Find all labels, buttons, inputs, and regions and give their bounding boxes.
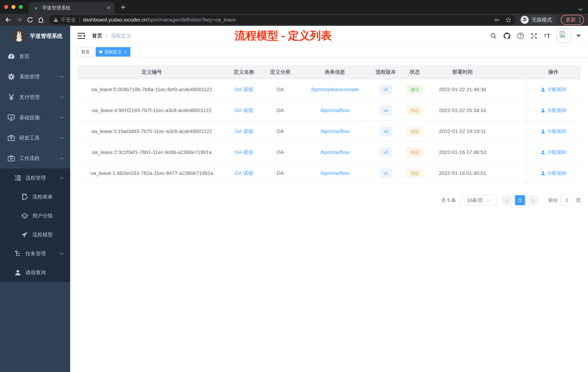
header-actions: TT — [490, 29, 581, 43]
cell-deploy-time: 2022-01-22 19:19:11 — [429, 121, 496, 142]
security-label[interactable]: 不安全 — [61, 16, 76, 23]
app-logo-row[interactable]: 芋道管理系统 — [0, 26, 70, 46]
cell-deploy-time: 2022-01-22 21:48:38 — [429, 79, 496, 100]
favicon-plant-icon — [33, 5, 39, 11]
minimize-window-button[interactable] — [11, 5, 15, 9]
definition-name-link[interactable]: OA 请假 — [235, 86, 253, 93]
sidebar-item-process-form[interactable]: 流程表单 — [0, 187, 70, 206]
sidebar-item-home[interactable]: 首页 — [0, 46, 70, 67]
url-text[interactable]: dashboard.yudao.iocoder.cn/bpm/manager/d… — [83, 17, 236, 23]
user-icon — [14, 269, 21, 276]
sidebar-item-task-management[interactable]: 任务管理 — [0, 244, 70, 263]
new-tab-button[interactable] — [120, 4, 126, 10]
password-key-icon[interactable] — [494, 17, 500, 23]
sidebar: 芋道管理系统 首页 — [0, 26, 70, 372]
tag-close-icon[interactable]: × — [124, 50, 127, 54]
assign-rule-button[interactable]: 分配规则 — [541, 128, 566, 134]
chevron-down-icon — [59, 116, 64, 119]
tags-view: 首页 流程定义 × — [70, 46, 588, 58]
breadcrumb-home[interactable]: 首页 — [92, 33, 102, 39]
reload-button[interactable] — [26, 16, 34, 24]
assign-rule-button[interactable]: 分配规则 — [541, 86, 566, 93]
dashboard-icon — [7, 52, 15, 60]
help-icon[interactable] — [517, 32, 524, 40]
github-icon[interactable] — [503, 32, 511, 40]
chevron-up-icon — [59, 157, 64, 160]
page-size-select[interactable]: 10条/页 — [460, 195, 497, 206]
browser-update-button[interactable]: 更新 — [561, 15, 584, 25]
browser-tab[interactable]: 芋道管理系统 — [29, 2, 115, 14]
assign-rule-button[interactable]: 分配规则 — [541, 107, 566, 114]
next-page-button[interactable] — [528, 195, 538, 205]
browser-tabstrip: 芋道管理系统 — [0, 0, 588, 14]
sidebar-toggle-icon[interactable] — [77, 33, 85, 39]
forward-button[interactable] — [15, 16, 23, 24]
form-link[interactable]: /bpm/oa/flow — [320, 108, 349, 113]
page-number-button[interactable]: 1 — [515, 195, 525, 205]
cell-category: OA — [262, 100, 299, 121]
annotation-title: 流程模型 - 定义列表 — [235, 28, 332, 43]
avatar[interactable] — [557, 29, 571, 43]
assign-rule-button[interactable]: 分配规则 — [541, 149, 566, 155]
prev-page-button[interactable] — [502, 195, 512, 205]
form-link[interactable]: /bpm/oa/flow — [320, 129, 349, 134]
col-process-version: 流程版本 — [371, 65, 401, 79]
sidebar-item-process-management[interactable]: 流程管理 — [0, 169, 70, 187]
document-edit-icon — [21, 193, 28, 201]
table-row: oa_leave:1:482ec033-762a-11ec-8477-a2380… — [77, 163, 581, 184]
definition-name-link[interactable]: OA 请假 — [235, 149, 253, 156]
table-row: oa_leave:3:1fad3d93-7b75-11ec-a3c8-acde4… — [77, 121, 581, 142]
definition-name-link[interactable]: OA 请假 — [235, 128, 253, 135]
col-form-info: 表单信息 — [299, 65, 371, 79]
cell-id: oa_leave:3:1fad3d93-7b75-11ec-a3c8-acde4… — [77, 121, 226, 142]
font-size-icon[interactable]: TT — [544, 33, 551, 40]
goto-page-input[interactable] — [560, 195, 573, 206]
fullscreen-icon[interactable] — [530, 32, 538, 40]
form-link[interactable]: /bpm/oa/leave/create — [311, 87, 359, 92]
goto-label: 前往 — [548, 197, 558, 203]
sidebar-item-user-group[interactable]: 用户分组 — [0, 206, 70, 225]
status-badge: 挂起 — [407, 127, 423, 136]
sidebar-item-workflow[interactable]: 工作流程 — [0, 148, 70, 169]
cell-category: OA — [262, 142, 299, 163]
search-icon[interactable] — [490, 33, 497, 39]
home-button[interactable] — [37, 16, 45, 24]
sidebar-item-leave-query[interactable]: 请假查询 — [0, 263, 70, 282]
sidebar-item-process-model[interactable]: 流程模型 — [0, 225, 70, 244]
close-window-button[interactable] — [4, 5, 8, 9]
paper-plane-icon — [21, 231, 28, 238]
maximize-window-button[interactable] — [19, 5, 23, 9]
sidebar-item-payment[interactable]: 支付管理 — [0, 87, 70, 107]
tag-process-definition[interactable]: 流程定义 × — [96, 47, 130, 57]
status-badge: 激活 — [407, 85, 423, 94]
org-tree-icon — [14, 250, 21, 257]
form-link[interactable]: /bpm/oa/flow — [320, 170, 349, 176]
sidebar-item-infrastructure[interactable]: 基础设施 — [0, 107, 70, 128]
table-header-row: 定义编号 定义名称 定义分类 表单信息 流程版本 状态 部署时间 操作 — [77, 65, 581, 79]
table-row: oa_leave:5:004b710b-7b8a-11ec-8ef0-acde4… — [77, 79, 581, 100]
cell-id: oa_leave:5:004b710b-7b8a-11ec-8ef0-acde4… — [77, 79, 226, 100]
version-badge: v2 — [380, 148, 392, 157]
window-controls — [4, 5, 23, 9]
definition-name-link[interactable]: OA 请假 — [235, 107, 253, 114]
assign-rule-button[interactable]: 分配规则 — [541, 170, 566, 176]
sidebar-item-system[interactable]: 系统管理 — [0, 67, 70, 87]
bookmark-star-icon[interactable] — [505, 17, 512, 23]
user-menu-caret-icon[interactable] — [576, 34, 581, 37]
security-warning-icon[interactable] — [53, 17, 59, 22]
form-link[interactable]: /bpm/oa/flow — [320, 149, 349, 155]
workflow-submenu: 流程管理 流程表单 — [0, 169, 70, 282]
yuan-icon — [7, 93, 15, 101]
tab-overflow-chevron-icon[interactable] — [578, 8, 583, 11]
back-button[interactable] — [4, 16, 12, 24]
browser-menu-icon[interactable] — [579, 17, 580, 22]
update-label: 更新 — [566, 16, 576, 23]
definition-name-link[interactable]: OA 请假 — [235, 170, 253, 177]
sidebar-item-dev-tools[interactable]: 研发工具 — [0, 128, 70, 148]
cell-deploy-time: 2022-01-16 01:40:51 — [429, 163, 496, 184]
app-logo-avatar — [13, 30, 25, 42]
version-badge: v5 — [380, 85, 392, 94]
tab-close-icon[interactable] — [106, 5, 111, 10]
address-bar[interactable]: 不安全 dashboard.yudao.iocoder.cn/bpm/manag… — [49, 15, 516, 25]
tag-home[interactable]: 首页 — [77, 47, 94, 57]
